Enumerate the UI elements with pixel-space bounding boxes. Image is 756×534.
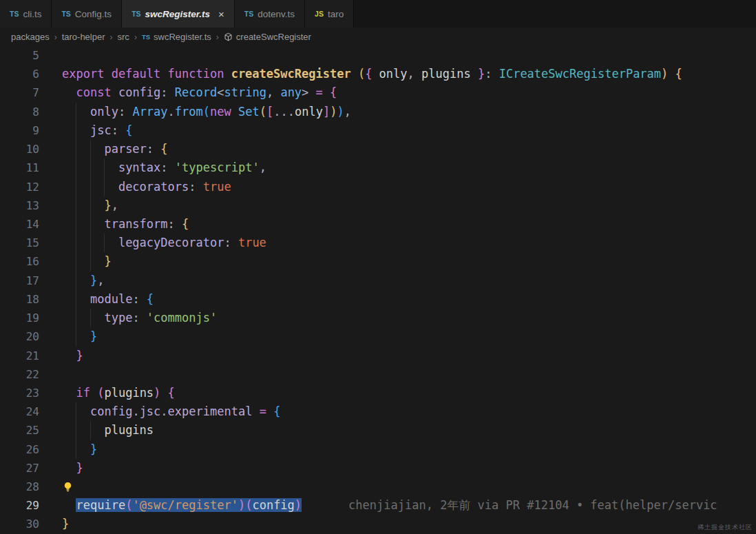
token	[62, 423, 104, 437]
tab-config-ts[interactable]: TSConfig.ts	[52, 0, 122, 28]
token: {	[675, 67, 682, 81]
watermark: 稀土掘金技术社区	[697, 523, 753, 532]
line-number[interactable]: 10	[0, 140, 39, 158]
code-line[interactable]: 26 }	[0, 440, 756, 459]
code-line[interactable]: 11 syntax: 'typescript',	[0, 158, 756, 177]
token: decorators	[118, 180, 189, 194]
token: createSwcRegister	[231, 67, 358, 81]
code-text: require('@swc/register')(config)chenjiaj…	[62, 496, 717, 515]
code-text: legacyDecorator: true	[62, 234, 266, 252]
line-number[interactable]: 19	[0, 309, 39, 327]
token: jsc	[140, 404, 161, 418]
breadcrumb-item-symbol[interactable]: createSwcRegister	[236, 32, 311, 42]
code-line[interactable]: 30}	[0, 515, 756, 533]
code-line[interactable]: 21 }	[0, 347, 756, 365]
token: config	[90, 404, 132, 418]
line-number[interactable]: 6	[0, 65, 39, 83]
code-line[interactable]: 19 type: 'commonjs'	[0, 309, 756, 327]
token: }	[478, 67, 485, 81]
code-line[interactable]: 22	[0, 365, 756, 384]
token: any	[280, 85, 302, 99]
line-number[interactable]: 26	[0, 440, 39, 459]
code-line[interactable]: 16 }	[0, 252, 756, 271]
line-number[interactable]: 13	[0, 196, 39, 215]
line-number[interactable]: 8	[0, 103, 39, 121]
line-number[interactable]: 23	[0, 384, 39, 402]
code-text: decorators: true	[62, 178, 231, 196]
tab-dotenv-ts[interactable]: TSdotenv.ts	[235, 0, 305, 28]
line-number[interactable]: 30	[0, 515, 39, 533]
token: (	[260, 105, 266, 119]
tab-cli-ts[interactable]: TScli.ts	[0, 0, 52, 28]
line-number[interactable]: 12	[0, 178, 39, 196]
tab-label: cli.ts	[23, 9, 41, 19]
token: transform	[104, 217, 167, 231]
code-line[interactable]: 28	[0, 477, 756, 496]
token: if	[76, 386, 97, 400]
code-line[interactable]: 20 }	[0, 327, 756, 346]
line-number[interactable]: 7	[0, 83, 39, 102]
token: plugins	[104, 386, 154, 400]
token	[323, 85, 330, 99]
code-line[interactable]: 7 const config: Record<string, any> = {	[0, 83, 756, 102]
code-line[interactable]: 8 only: Array.from(new Set([...only])),	[0, 103, 756, 121]
line-number[interactable]: 24	[0, 402, 39, 421]
line-number[interactable]: 21	[0, 347, 39, 365]
code-editor[interactable]: 56export default function createSwcRegis…	[0, 46, 756, 534]
token: )	[661, 67, 668, 81]
breadcrumb-item-src[interactable]: src	[118, 32, 129, 42]
breadcrumb-item-taro-helper[interactable]: taro-helper	[62, 32, 105, 42]
line-number[interactable]: 9	[0, 121, 39, 140]
breadcrumb-item-file[interactable]: swcRegister.ts	[154, 32, 211, 42]
token: :	[485, 67, 498, 81]
tab-swcregister-ts[interactable]: TSswcRegister.ts×	[122, 0, 235, 28]
code-line[interactable]: 24 config.jsc.experimental = {	[0, 402, 756, 421]
code-line[interactable]: 27 }	[0, 459, 756, 477]
line-number[interactable]: 14	[0, 215, 39, 234]
tab-close-icon[interactable]: ×	[218, 9, 224, 19]
code-line[interactable]: 9 jsc: {	[0, 121, 756, 140]
line-number[interactable]: 29	[0, 496, 39, 515]
token: true	[238, 236, 266, 249]
git-blame-annotation[interactable]: chenjiajian, 2年前 via PR #12104 • feat(he…	[348, 498, 717, 512]
token: :	[168, 217, 182, 231]
code-text: },	[62, 271, 104, 290]
line-number[interactable]: 27	[0, 459, 39, 477]
line-number[interactable]: 16	[0, 252, 39, 271]
line-number[interactable]: 25	[0, 421, 39, 440]
code-line[interactable]: 23 if (plugins) {	[0, 384, 756, 402]
code-line[interactable]: 10 parser: {	[0, 140, 756, 158]
code-line[interactable]: 12 decorators: true	[0, 178, 756, 196]
token: .	[132, 404, 139, 418]
code-line[interactable]: 17 },	[0, 271, 756, 290]
tab-taro[interactable]: JStaro	[305, 0, 354, 28]
code-line[interactable]: 18 module: {	[0, 290, 756, 309]
token: (	[245, 498, 252, 512]
code-line[interactable]: 6export default function createSwcRegist…	[0, 65, 756, 83]
line-number[interactable]: 11	[0, 158, 39, 177]
line-number[interactable]: 18	[0, 290, 39, 309]
line-number[interactable]: 17	[0, 271, 39, 290]
lightbulb-icon[interactable]	[63, 482, 73, 495]
code-line[interactable]: 29 require('@swc/register')(config)chenj…	[0, 496, 756, 515]
code-line[interactable]: 15 legacyDecorator: true	[0, 234, 756, 252]
code-text: only: Array.from(new Set([...only])),	[62, 103, 351, 121]
line-number[interactable]: 5	[0, 46, 39, 65]
code-text: }	[62, 459, 83, 477]
line-number[interactable]: 15	[0, 234, 39, 252]
ts-file-icon: TS	[10, 10, 19, 18]
code-line[interactable]: 13 },	[0, 196, 756, 215]
code-line[interactable]: 5	[0, 46, 756, 65]
token: )	[330, 105, 337, 119]
token: string	[224, 85, 266, 99]
token	[62, 404, 90, 418]
js-file-icon: JS	[315, 10, 324, 18]
code-line[interactable]: 14 transform: {	[0, 215, 756, 234]
code-line[interactable]: 25 plugins	[0, 421, 756, 440]
line-number[interactable]: 22	[0, 365, 39, 384]
line-number[interactable]: 28	[0, 477, 39, 496]
line-number[interactable]: 20	[0, 327, 39, 346]
tab-bar: TScli.tsTSConfig.tsTSswcRegister.ts×TSdo…	[0, 0, 756, 28]
code-text: }	[62, 515, 69, 533]
breadcrumb-item-packages[interactable]: packages	[11, 32, 50, 42]
